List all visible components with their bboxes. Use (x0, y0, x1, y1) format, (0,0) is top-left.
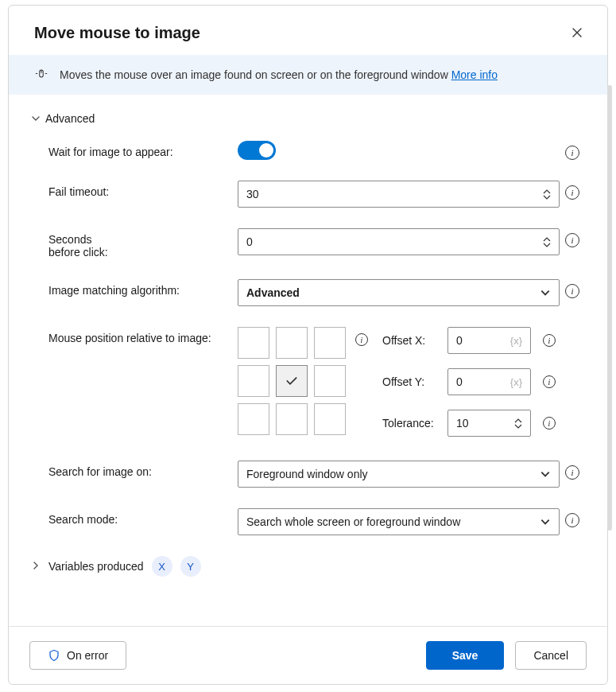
offset-y-placeholder: {x} (510, 376, 522, 388)
save-button[interactable]: Save (426, 641, 505, 670)
tolerance-value: 10 (456, 417, 509, 430)
row-offset-y: Offset Y: 0 {x} i (382, 368, 560, 395)
algorithm-label: Image matching algorithm: (48, 279, 238, 297)
wait-for-image-toggle[interactable] (238, 141, 276, 160)
search-on-value: Foreground window only (246, 468, 535, 480)
on-error-label: On error (67, 649, 108, 662)
advanced-section-label: Advanced (45, 112, 95, 125)
pos-bottom-center[interactable] (276, 403, 308, 435)
chevron-down-icon (540, 516, 551, 527)
pos-bottom-right[interactable] (314, 403, 346, 435)
pos-middle-center[interactable] (276, 365, 308, 397)
tolerance-label: Tolerance: (382, 417, 440, 430)
info-icon[interactable]: i (543, 417, 556, 430)
info-icon[interactable]: i (565, 284, 579, 298)
dialog-body: Advanced Wait for image to appear: i Fai… (9, 95, 607, 626)
variable-pill[interactable]: Y (180, 556, 201, 577)
mouse-pointer-icon (34, 68, 48, 82)
variables-section-toggle[interactable]: Variables produced X Y (31, 556, 585, 577)
more-info-link[interactable]: More info (451, 68, 498, 81)
search-on-select[interactable]: Foreground window only (238, 461, 560, 488)
info-icon[interactable]: i (565, 146, 579, 160)
cancel-button[interactable]: Cancel (515, 641, 587, 670)
pos-bottom-left[interactable] (238, 403, 269, 435)
search-mode-value: Search whole screen or foreground window (246, 515, 535, 528)
chevron-down-icon (31, 114, 41, 123)
spinner-up-icon[interactable] (543, 237, 551, 242)
on-error-button[interactable]: On error (29, 641, 126, 670)
row-offset-x: Offset X: 0 {x} i (382, 327, 560, 354)
algorithm-select[interactable]: Advanced (238, 279, 560, 306)
dialog-title: Move mouse to image (34, 24, 200, 42)
pos-top-left[interactable] (238, 327, 269, 359)
row-fail-timeout: Fail timeout: 30 i (31, 181, 585, 208)
info-icon[interactable]: i (565, 233, 579, 247)
row-search-mode: Search mode: Search whole screen or fore… (31, 508, 585, 535)
spinner-down-icon[interactable] (514, 424, 522, 429)
fail-timeout-value: 30 (246, 188, 538, 200)
shield-icon (48, 649, 60, 662)
offset-x-value: 0 (456, 334, 510, 347)
search-mode-select[interactable]: Search whole screen or foreground window (238, 508, 560, 535)
info-icon[interactable]: i (543, 334, 556, 347)
info-icon[interactable]: i (565, 513, 579, 527)
seconds-spinner[interactable] (543, 237, 551, 247)
offset-y-input[interactable]: 0 {x} (447, 368, 531, 395)
row-algorithm: Image matching algorithm: Advanced i (31, 279, 585, 306)
close-button[interactable] (566, 21, 588, 44)
spinner-up-icon[interactable] (543, 189, 551, 194)
offset-x-placeholder: {x} (510, 335, 522, 347)
offset-y-label: Offset Y: (382, 375, 440, 388)
mouse-position-label: Mouse position relative to image: (48, 327, 238, 344)
search-on-label: Search for image on: (48, 461, 238, 478)
row-search-on: Search for image on: Foreground window o… (31, 461, 585, 488)
seconds-before-click-label: Seconds before click: (48, 228, 238, 259)
dialog-footer: On error Save Cancel (9, 626, 607, 684)
info-icon[interactable]: i (565, 185, 579, 200)
row-tolerance: Tolerance: 10 i (382, 410, 560, 437)
row-seconds-before-click: Seconds before click: 0 i (31, 228, 585, 259)
search-mode-label: Search mode: (48, 508, 238, 526)
cancel-label: Cancel (533, 649, 568, 662)
chevron-right-icon (31, 560, 41, 573)
tolerance-input[interactable]: 10 (447, 410, 531, 437)
pos-top-center[interactable] (276, 327, 308, 359)
variables-section-label: Variables produced (48, 560, 144, 573)
info-icon[interactable]: i (543, 375, 556, 388)
info-icon[interactable]: i (355, 333, 368, 346)
info-banner: Moves the mouse over an image found on s… (9, 55, 607, 95)
fail-timeout-label: Fail timeout: (48, 181, 238, 198)
fail-timeout-input[interactable]: 30 (238, 181, 560, 208)
row-wait-for-image: Wait for image to appear: i (31, 141, 585, 160)
info-icon[interactable]: i (565, 465, 579, 480)
seconds-before-click-value: 0 (246, 235, 538, 248)
offset-x-label: Offset X: (382, 334, 440, 347)
wait-for-image-label: Wait for image to appear: (48, 141, 238, 158)
pos-middle-right[interactable] (314, 365, 346, 397)
offset-x-input[interactable]: 0 {x} (447, 327, 531, 354)
save-label: Save (452, 649, 478, 662)
spinner-down-icon[interactable] (543, 195, 551, 200)
algorithm-value: Advanced (246, 286, 535, 299)
scrollbar[interactable] (607, 85, 612, 531)
checkmark-icon (285, 374, 299, 388)
offset-y-value: 0 (456, 375, 510, 388)
pos-top-right[interactable] (314, 327, 346, 359)
info-text: Moves the mouse over an image found on s… (60, 68, 498, 81)
variable-pill[interactable]: X (152, 556, 172, 577)
close-icon (571, 26, 583, 39)
seconds-before-click-input[interactable]: 0 (238, 228, 560, 255)
advanced-section-toggle[interactable]: Advanced (31, 112, 585, 125)
position-grid (238, 327, 346, 435)
chevron-down-icon (540, 468, 551, 480)
tolerance-spinner[interactable] (514, 418, 522, 429)
titlebar: Move mouse to image (9, 6, 607, 55)
pos-middle-left[interactable] (238, 365, 269, 397)
spinner-down-icon[interactable] (543, 243, 551, 247)
row-mouse-position: Mouse position relative to image: (31, 327, 585, 437)
spinner-up-icon[interactable] (514, 418, 522, 423)
fail-timeout-spinner[interactable] (543, 189, 551, 200)
dialog: Move mouse to image Moves the mouse over… (8, 5, 608, 685)
chevron-down-icon (540, 287, 551, 298)
